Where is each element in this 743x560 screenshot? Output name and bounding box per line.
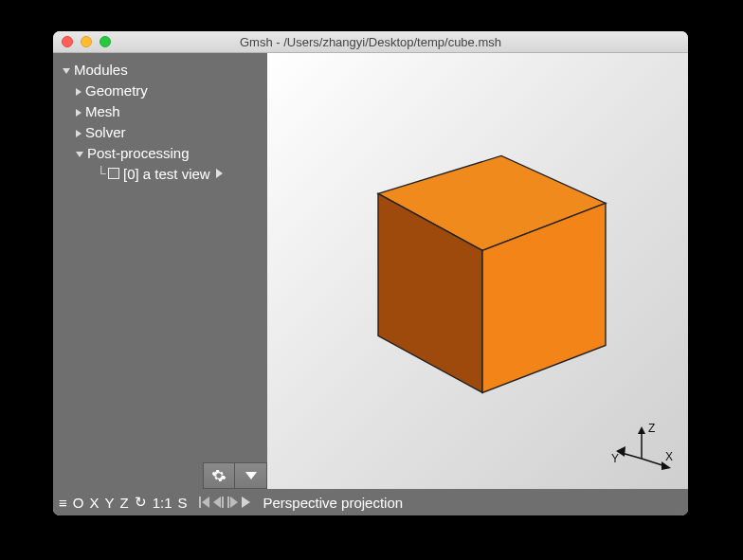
tree-item-mesh[interactable]: Mesh xyxy=(63,100,267,121)
view-z-button[interactable]: Z xyxy=(119,495,128,511)
svg-marker-4 xyxy=(638,426,645,434)
expand-icon xyxy=(76,145,87,161)
menu-button[interactable]: ≡ xyxy=(59,495,67,511)
close-icon[interactable] xyxy=(62,36,73,47)
axis-gizmo: Z X Y xyxy=(608,421,675,478)
dropdown-button[interactable] xyxy=(235,462,267,489)
step-fwd-button[interactable] xyxy=(227,497,238,508)
status-left-group: ≡ O X Y Z ↻ 1:1 S xyxy=(59,494,250,511)
sidebar-footer xyxy=(203,462,267,489)
s-button[interactable]: S xyxy=(178,495,188,511)
playback-controls xyxy=(199,497,250,508)
tree-item-view-0[interactable]: └ [0] a test view xyxy=(63,163,267,184)
view-y-button[interactable]: Y xyxy=(104,495,114,511)
chevron-right-icon[interactable] xyxy=(216,169,223,178)
tree-branch-icon: └ xyxy=(95,166,108,181)
chevron-down-icon xyxy=(245,472,257,479)
axis-z-label: Z xyxy=(648,422,655,435)
gear-icon xyxy=(211,468,227,483)
scale-button[interactable]: 1:1 xyxy=(153,495,172,511)
expand-icon xyxy=(63,62,74,78)
minimize-icon[interactable] xyxy=(81,36,92,47)
skip-back-button[interactable] xyxy=(199,497,209,508)
view-o-button[interactable]: O xyxy=(73,495,84,511)
status-bar: ≡ O X Y Z ↻ 1:1 S Perspective projectio xyxy=(53,489,688,515)
cube-render xyxy=(321,108,634,421)
view-x-button[interactable]: X xyxy=(89,495,99,511)
tree-label: Post-processing xyxy=(87,145,190,161)
tree-label: [0] a test view xyxy=(123,166,210,182)
tree-root-modules[interactable]: Modules xyxy=(63,59,267,80)
expand-icon xyxy=(76,82,85,99)
window-title: Gmsh - /Users/zhangyi/Desktop/temp/cube.… xyxy=(53,35,688,49)
traffic-lights xyxy=(53,36,111,47)
viewport-3d[interactable]: Z X Y xyxy=(267,53,688,489)
tree-label: Solver xyxy=(85,124,126,140)
app-window: Gmsh - /Users/zhangyi/Desktop/temp/cube.… xyxy=(53,31,688,515)
axis-x-label: X xyxy=(665,450,673,463)
module-tree: Modules Geometry Mesh Solver Post-proces… xyxy=(53,53,267,184)
tree-label: Geometry xyxy=(85,82,148,99)
options-button[interactable] xyxy=(203,462,235,489)
titlebar: Gmsh - /Users/zhangyi/Desktop/temp/cube.… xyxy=(53,31,688,53)
rotate-icon[interactable]: ↻ xyxy=(135,494,147,511)
sidebar: Modules Geometry Mesh Solver Post-proces… xyxy=(53,53,267,489)
axis-y-label: Y xyxy=(611,452,619,465)
content-area: Modules Geometry Mesh Solver Post-proces… xyxy=(53,53,688,489)
tree-item-geometry[interactable]: Geometry xyxy=(63,80,267,100)
tree-item-solver[interactable]: Solver xyxy=(63,121,267,142)
expand-icon xyxy=(76,124,85,140)
zoom-icon[interactable] xyxy=(100,36,111,47)
play-button[interactable] xyxy=(242,497,250,508)
expand-icon xyxy=(76,103,85,119)
tree-label: Modules xyxy=(74,62,128,78)
tree-item-postprocessing[interactable]: Post-processing xyxy=(63,142,267,163)
projection-mode-label[interactable]: Perspective projection xyxy=(263,495,404,511)
step-back-button[interactable] xyxy=(213,497,224,508)
view-checkbox[interactable] xyxy=(108,168,119,179)
tree-label: Mesh xyxy=(85,103,120,119)
